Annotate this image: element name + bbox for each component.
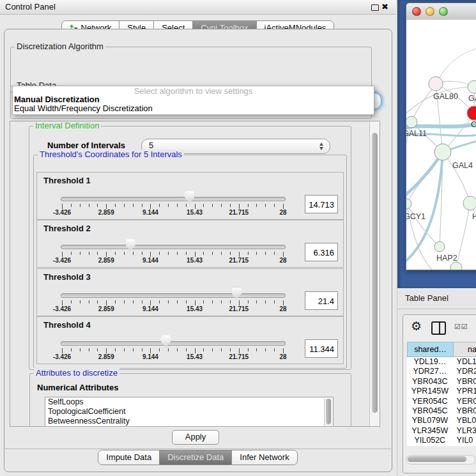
node-label: GAL80 bbox=[433, 92, 458, 101]
slider-thumb[interactable] bbox=[232, 288, 242, 300]
combo-stepper-icon bbox=[319, 142, 324, 150]
node-table: shared… na YDL19…YDL1YDR27…YDR2YBR043CYB… bbox=[407, 342, 476, 446]
close-icon[interactable]: ✖ bbox=[381, 2, 388, 12]
app-root: { "control_panel": { "title": "Control P… bbox=[0, 0, 476, 476]
slider-track[interactable] bbox=[61, 245, 286, 249]
network-node-GAL80[interactable] bbox=[429, 77, 443, 91]
table-row[interactable]: YIL052CYIL0 bbox=[407, 436, 476, 445]
tab-infer-network[interactable]: Infer Network bbox=[231, 450, 297, 465]
attribute-item[interactable]: TopologicalCoefficient bbox=[45, 407, 333, 417]
column-header-name[interactable]: na bbox=[454, 342, 476, 357]
minimize-traffic-light-icon[interactable] bbox=[426, 7, 434, 16]
bottom-tab-bar: Impute Data Discretize Data Infer Networ… bbox=[0, 450, 396, 465]
network-edge[interactable] bbox=[456, 203, 470, 266]
split-columns-icon[interactable] bbox=[431, 321, 446, 335]
network-graph: GAL80GACGAL11GAL4GCY1HHAP2 bbox=[406, 20, 476, 270]
threshold-value-field[interactable]: 21.4 bbox=[305, 291, 338, 310]
table-row[interactable]: YBR045CYBR0 bbox=[407, 406, 476, 416]
slider-track[interactable] bbox=[61, 293, 286, 298]
threshold-value-field[interactable]: 11.344 bbox=[305, 339, 338, 358]
network-node-GAL11[interactable] bbox=[406, 116, 417, 128]
thresholds-group: Threshold's Coordinates for 5 Intervals … bbox=[33, 155, 347, 369]
select-columns-icons[interactable]: ☑☑ bbox=[454, 323, 468, 331]
table-row[interactable]: YDL19…YDL1 bbox=[407, 357, 476, 367]
tab-impute-data-label: Impute Data bbox=[106, 450, 151, 464]
threshold-label: Threshold 1 bbox=[43, 176, 91, 185]
slider-thumb[interactable] bbox=[161, 335, 171, 348]
number-of-intervals-label: Number of Intervals bbox=[47, 141, 125, 150]
threshold-value-field[interactable]: 14.713 bbox=[305, 195, 338, 213]
network-canvas[interactable]: GAL80GACGAL11GAL4GCY1HHAP2 bbox=[406, 20, 476, 270]
node-label: C bbox=[471, 120, 476, 129]
number-of-intervals-value: 5 bbox=[149, 141, 153, 150]
table-hscrollbar-thumb[interactable] bbox=[408, 456, 466, 462]
table-row[interactable]: YDR27…YDR2 bbox=[407, 367, 476, 376]
dropdown-item-manual-discretization[interactable]: Manual Discretization bbox=[13, 95, 374, 104]
network-desktop: GAL80GACGAL11GAL4GCY1HHAP2 bbox=[397, 0, 476, 288]
attribute-item[interactable]: BetweennessCentrality bbox=[45, 417, 333, 426]
thresholds-group-title: Threshold's Coordinates for 5 Intervals bbox=[38, 150, 184, 159]
network-node-GCY1[interactable] bbox=[406, 199, 411, 209]
close-traffic-light-icon[interactable] bbox=[412, 7, 421, 16]
zoom-traffic-light-icon[interactable] bbox=[439, 7, 448, 16]
float-window-icon[interactable] bbox=[371, 4, 379, 11]
network-node-GA[interactable] bbox=[468, 81, 476, 93]
table-row[interactable]: YBL079WYBL0 bbox=[407, 416, 476, 426]
node-label: H bbox=[472, 212, 476, 221]
control-panel: Control Panel ✖ Network Style Select Cyn… bbox=[0, 0, 396, 476]
network-window-titlebar[interactable] bbox=[406, 3, 476, 20]
threshold-value-field[interactable]: 6.316 bbox=[305, 243, 338, 261]
network-edge[interactable] bbox=[436, 45, 476, 84]
node-label: GAL4 bbox=[452, 161, 473, 170]
interval-definition-group-title: Interval Definition bbox=[33, 121, 101, 130]
slider-track[interactable] bbox=[61, 341, 286, 346]
attributes-scrollbar[interactable] bbox=[324, 398, 332, 427]
tab-infer-network-label: Infer Network bbox=[240, 450, 289, 464]
apply-row: Apply bbox=[5, 426, 391, 449]
interval-definition-group: Interval Definition Number of Intervals … bbox=[29, 126, 351, 370]
table-header-row: shared… na bbox=[407, 342, 476, 357]
settings-scrollbar-thumb[interactable] bbox=[372, 133, 378, 413]
apply-button[interactable]: Apply bbox=[172, 430, 219, 445]
numerical-attributes-list[interactable]: SelfLoopsTopologicalCoefficientBetweenne… bbox=[45, 397, 334, 427]
slider-tick-labels: -3.4262.8599.14415.4321.71528 bbox=[62, 209, 283, 217]
settings-scrollpane: Interval Definition Number of Intervals … bbox=[10, 121, 380, 427]
node-label: GA bbox=[468, 94, 476, 103]
network-node-C[interactable] bbox=[467, 106, 476, 120]
network-view-window[interactable]: GAL80GACGAL11GAL4GCY1HHAP2 bbox=[406, 3, 476, 270]
network-edge[interactable] bbox=[443, 152, 470, 203]
gear-icon[interactable]: ⚙ bbox=[411, 320, 422, 332]
numerical-attributes-label: Numerical Attributes bbox=[37, 383, 118, 392]
table-horizontal-scrollbar[interactable] bbox=[406, 455, 475, 464]
settings-vertical-scrollbar[interactable] bbox=[369, 121, 380, 426]
threshold-panel-4: Threshold 4-3.4262.8599.14415.4321.71528… bbox=[36, 316, 344, 364]
table-row[interactable]: YPR145WYPR1 bbox=[407, 387, 476, 396]
threshold-label: Threshold 4 bbox=[43, 320, 91, 330]
network-node-HAP2[interactable] bbox=[434, 242, 445, 252]
node-label: GAL11 bbox=[406, 129, 427, 138]
threshold-label: Threshold 3 bbox=[43, 272, 91, 282]
network-node-H[interactable] bbox=[463, 196, 476, 210]
threshold-label: Threshold 2 bbox=[43, 224, 91, 233]
discretization-algorithm-group-title: Discretization Algorithm bbox=[15, 42, 105, 51]
slider-track[interactable] bbox=[61, 197, 286, 201]
attribute-item[interactable]: SelfLoops bbox=[45, 397, 333, 407]
network-node-GAL4[interactable] bbox=[434, 144, 451, 160]
column-header-shared-name[interactable]: shared… bbox=[407, 342, 454, 357]
dropdown-placeholder-item[interactable]: Select algorithm to view settings bbox=[13, 86, 374, 95]
tab-impute-data[interactable]: Impute Data bbox=[98, 450, 160, 465]
attributes-group: Attributes to discretize Numerical Attri… bbox=[29, 373, 351, 427]
cyni-toolbox-panel: Discretization Algorithm Select algorith… bbox=[4, 29, 392, 472]
table-row[interactable]: YBR043CYBR0 bbox=[407, 377, 476, 387]
slider-thumb[interactable] bbox=[126, 239, 135, 251]
attributes-scrollbar-thumb[interactable] bbox=[326, 399, 331, 424]
slider-tick-labels: -3.4262.8599.14415.4321.71528 bbox=[62, 353, 283, 361]
dropdown-item-equal-width-frequency[interactable]: Equal Width/Frequency Discretization bbox=[13, 104, 374, 113]
table-panel: Table Panel ⚙ ☑☑ shared… na YDL19…YDL1YD… bbox=[397, 288, 476, 476]
network-node-unlabeled[interactable] bbox=[450, 262, 462, 270]
table-row[interactable]: YLR345WYLR3 bbox=[407, 426, 476, 436]
slider-thumb[interactable] bbox=[185, 191, 194, 203]
threshold-panel-1: Threshold 1-3.4262.8599.14415.4321.71528… bbox=[36, 172, 344, 220]
table-row[interactable]: YER054CYER0 bbox=[407, 397, 476, 406]
tab-discretize-data[interactable]: Discretize Data bbox=[159, 450, 232, 465]
